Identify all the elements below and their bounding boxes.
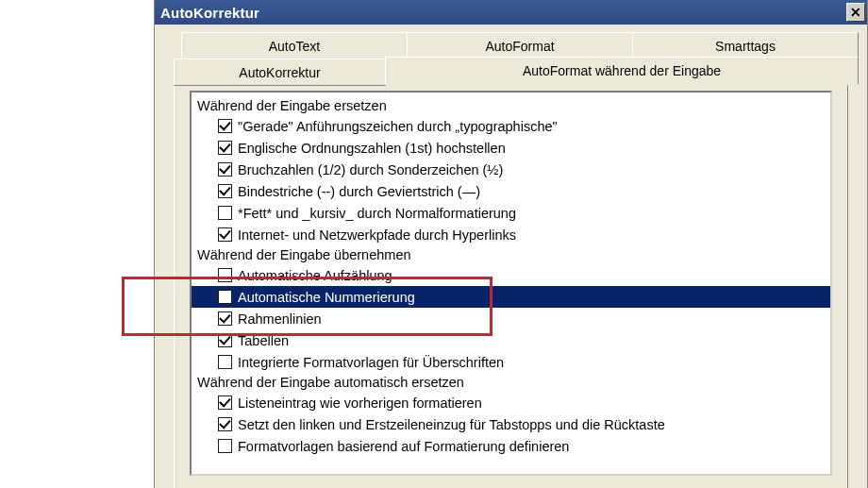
options-listbox[interactable]: Während der Eingabe ersetzen "Gerade" An… — [190, 91, 832, 476]
checkbox-icon[interactable] — [218, 206, 232, 220]
checkbox-icon[interactable] — [218, 141, 232, 155]
section-header: Während der Eingabe übernehmen — [192, 245, 830, 264]
tab-label: AutoText — [269, 39, 320, 54]
option-label: Tabellen — [238, 331, 289, 350]
tab-autokorrektur[interactable]: AutoKorrektur — [174, 59, 386, 86]
checkbox-icon[interactable] — [218, 355, 232, 369]
tab-panel: Während der Eingabe ersetzen "Gerade" An… — [174, 85, 848, 488]
checkbox-icon[interactable] — [218, 439, 232, 453]
option-row[interactable]: Listeneintrag wie vorherigen formatieren — [192, 392, 830, 413]
checkbox-icon[interactable] — [218, 268, 232, 282]
option-label: Setzt den linken und Erstzeileneinzug fü… — [238, 415, 665, 434]
option-label: Bruchzahlen (1/2) durch Sonderzeichen (½… — [238, 160, 503, 179]
checkbox-icon[interactable] — [218, 119, 232, 133]
option-label: Rahmenlinien — [238, 310, 322, 328]
option-row[interactable]: Setzt den linken und Erstzeileneinzug fü… — [192, 413, 830, 435]
option-row[interactable]: Tabellen — [192, 329, 830, 351]
tab-row-back: AutoText AutoFormat Smarttags — [181, 32, 858, 59]
option-row[interactable]: Internet- und Netzwerkpfade durch Hyperl… — [192, 224, 830, 245]
checkbox-icon[interactable] — [218, 333, 232, 347]
option-label: Internet- und Netzwerkpfade durch Hyperl… — [238, 226, 516, 244]
option-row[interactable]: Rahmenlinien — [192, 308, 830, 329]
autokorrektur-dialog: AutoKorrektur ✕ AutoText AutoFormat Smar… — [154, 0, 868, 488]
tab-strip: AutoText AutoFormat Smarttags AutoKorrek… — [155, 25, 867, 488]
option-label: "Gerade" Anführungszeichen durch „typogr… — [238, 117, 558, 136]
tab-label: AutoFormat während der Eingabe — [523, 63, 721, 78]
option-row[interactable]: "Gerade" Anführungszeichen durch „typogr… — [192, 115, 830, 137]
checkbox-icon[interactable] — [218, 290, 232, 304]
checkbox-icon[interactable] — [218, 311, 232, 326]
section-header: Während der Eingabe automatisch ersetzen — [192, 373, 830, 392]
tab-autotext[interactable]: AutoText — [181, 32, 408, 59]
checkbox-icon[interactable] — [218, 395, 232, 410]
titlebar: AutoKorrektur ✕ — [155, 0, 867, 25]
option-label: Integrierte Formatvorlagen für Überschri… — [238, 353, 504, 372]
option-row[interactable]: Formatvorlagen basierend auf Formatierun… — [192, 435, 830, 457]
option-label: Automatische Aufzählung — [238, 266, 392, 285]
option-row[interactable]: Englische Ordnungszahlen (1st) hochstell… — [192, 137, 830, 159]
tab-autoformat-waehrend-eingabe[interactable]: AutoFormat während der Eingabe — [385, 57, 859, 85]
checkbox-icon[interactable] — [218, 162, 232, 177]
option-row-auto-nummerierung[interactable]: Automatische Nummerierung — [192, 286, 830, 308]
tab-label: AutoFormat — [485, 39, 554, 54]
checkbox-icon[interactable] — [218, 417, 232, 431]
option-row[interactable]: Bruchzahlen (1/2) durch Sonderzeichen (½… — [192, 159, 830, 180]
option-label: Englische Ordnungszahlen (1st) hochstell… — [238, 139, 506, 158]
checkbox-icon[interactable] — [218, 227, 232, 242]
checkbox-icon[interactable] — [218, 184, 232, 198]
tab-row-front: AutoKorrektur AutoFormat während der Ein… — [164, 59, 858, 85]
option-row[interactable]: *Fett* und _kursiv_ durch Normalformatie… — [192, 202, 830, 224]
dialog-title: AutoKorrektur — [160, 5, 846, 21]
option-label: Bindestriche (--) durch Geviertstrich (—… — [238, 182, 480, 201]
tab-autoformat[interactable]: AutoFormat — [407, 32, 633, 59]
tab-label: AutoKorrektur — [239, 65, 320, 80]
option-label: Formatvorlagen basierend auf Formatierun… — [238, 437, 569, 456]
section-header: Während der Eingabe ersetzen — [192, 96, 830, 115]
option-label: Listeneintrag wie vorherigen formatieren — [238, 394, 482, 412]
close-icon: ✕ — [850, 6, 861, 19]
option-row[interactable]: Bindestriche (--) durch Geviertstrich (—… — [192, 180, 830, 202]
option-label: Automatische Nummerierung — [238, 288, 415, 307]
tab-smarttags[interactable]: Smarttags — [632, 32, 859, 59]
option-label: *Fett* und _kursiv_ durch Normalformatie… — [238, 204, 516, 223]
option-row[interactable]: Integrierte Formatvorlagen für Überschri… — [192, 351, 830, 373]
tab-label: Smarttags — [715, 39, 776, 54]
close-button[interactable]: ✕ — [846, 3, 865, 22]
option-row-auto-aufzaehlung[interactable]: Automatische Aufzählung — [192, 264, 830, 286]
